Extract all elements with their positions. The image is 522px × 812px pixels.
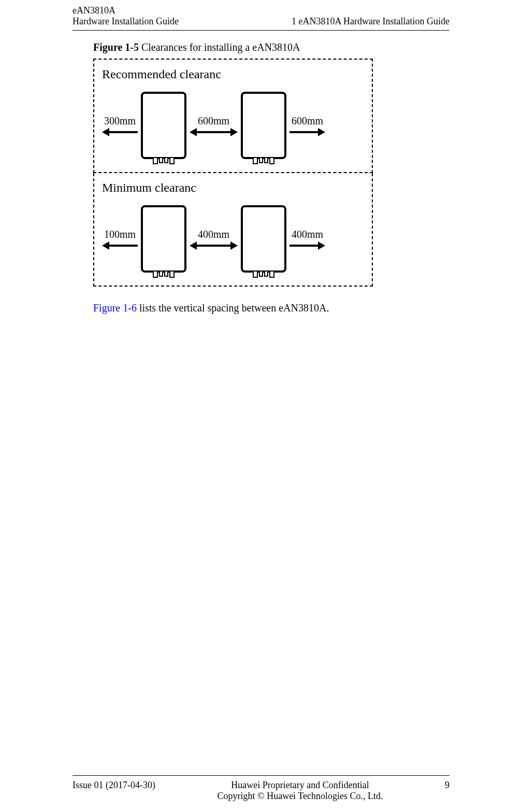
arrow-line	[289, 245, 318, 247]
main-content: Figure 1-5 Clearances for installing a e…	[93, 41, 450, 314]
minimum-clearance-section: Minimum clearanc 100mm	[93, 173, 373, 287]
arrow-head-left-icon	[190, 128, 197, 136]
device-icon	[241, 92, 286, 159]
recommended-title: Recommended clearanc	[102, 67, 364, 81]
port-icon	[159, 272, 163, 277]
figure-cross-reference-link[interactable]: Figure 1-6	[93, 302, 137, 314]
arrow-head-right-icon	[230, 128, 238, 136]
header-right: 1 eAN3810A Hardware Installation Guide	[292, 16, 450, 27]
diagram-wrapper: Recommended clearanc 300mm	[93, 59, 450, 287]
dim-middle-group: 600mm	[190, 115, 238, 136]
issue-text: Issue 01 (2017-04-30)	[72, 780, 155, 791]
minimum-row: 100mm 400mm	[102, 203, 364, 275]
port-icon	[159, 158, 163, 163]
dim-right-group: 400mm	[289, 229, 325, 250]
page-header: eAN3810A Hardware Installation Guide 1 e…	[0, 0, 522, 30]
section-title-text: 1 eAN3810A Hardware Installation Guide	[292, 16, 450, 27]
dim-right-label: 600mm	[292, 115, 323, 127]
figure-caption: Figure 1-5 Clearances for installing a e…	[93, 41, 450, 53]
page-footer: Issue 01 (2017-04-30) Huawei Proprietary…	[0, 775, 522, 802]
arrow-double	[190, 241, 238, 250]
dim-right-group: 600mm	[289, 115, 325, 136]
header-left: eAN3810A Hardware Installation Guide	[72, 5, 179, 27]
port-icon	[264, 272, 268, 277]
arrow-left	[102, 241, 138, 250]
body-text: Figure 1-6 lists the vertical spacing be…	[93, 302, 450, 314]
figure-label-bold: Figure 1-5	[93, 41, 139, 53]
device-icon	[141, 92, 186, 159]
port-icon	[264, 158, 268, 163]
arrow-head-left-icon	[102, 241, 109, 250]
confidential-text: Huawei Proprietary and Confidential	[155, 780, 445, 791]
arrow-line	[197, 245, 230, 247]
port-icon	[253, 158, 258, 164]
device-ports	[153, 158, 175, 164]
dim-middle-label: 600mm	[198, 115, 229, 127]
arrow-head-left-icon	[102, 128, 109, 136]
dim-left-group: 300mm	[102, 115, 138, 136]
arrow-head-right-icon	[318, 241, 325, 250]
dim-right-label: 400mm	[292, 229, 323, 240]
port-icon	[259, 158, 263, 163]
port-icon	[169, 158, 175, 164]
port-icon	[253, 272, 258, 278]
body-text-rest: lists the vertical spacing between eAN38…	[137, 302, 329, 314]
arrow-line	[109, 131, 138, 133]
dim-left-label: 300mm	[104, 115, 136, 127]
port-icon	[153, 158, 158, 164]
device-icon	[241, 205, 286, 273]
doc-title-text: Hardware Installation Guide	[72, 16, 179, 27]
port-icon	[269, 272, 274, 278]
copyright-text: Copyright © Huawei Technologies Co., Ltd…	[155, 791, 445, 802]
header-rule	[72, 30, 450, 31]
port-icon	[164, 158, 168, 163]
arrow-line	[197, 131, 230, 133]
dim-left-label: 100mm	[104, 229, 136, 240]
port-icon	[164, 272, 168, 277]
dim-middle-label: 400mm	[198, 229, 229, 240]
device-ports	[253, 158, 274, 164]
arrow-double	[190, 128, 238, 136]
port-icon	[153, 272, 158, 278]
footer-row: Issue 01 (2017-04-30) Huawei Proprietary…	[72, 780, 450, 802]
page-number: 9	[445, 780, 450, 791]
port-icon	[169, 272, 175, 278]
recommended-clearance-section: Recommended clearanc 300mm	[93, 59, 373, 173]
minimum-title: Minimum clearanc	[102, 181, 364, 195]
dim-middle-group: 400mm	[190, 229, 238, 250]
footer-rule	[72, 775, 450, 776]
port-icon	[259, 272, 263, 277]
arrow-right	[289, 128, 325, 136]
arrow-head-left-icon	[190, 241, 197, 250]
device-ports	[153, 272, 175, 278]
product-name-text: eAN3810A	[72, 5, 179, 16]
arrow-right	[289, 241, 325, 250]
device-icon	[141, 205, 186, 273]
arrow-line	[109, 245, 138, 247]
device-ports	[253, 272, 274, 278]
footer-center: Huawei Proprietary and Confidential Copy…	[155, 780, 445, 802]
port-icon	[269, 158, 274, 164]
recommended-row: 300mm 600mm	[102, 89, 364, 162]
arrow-head-right-icon	[318, 128, 325, 136]
figure-label-rest: Clearances for installing a eAN3810A	[139, 41, 300, 53]
arrow-head-right-icon	[230, 241, 238, 250]
dim-left-group: 100mm	[102, 229, 138, 250]
arrow-left	[102, 128, 138, 136]
arrow-line	[289, 131, 318, 133]
